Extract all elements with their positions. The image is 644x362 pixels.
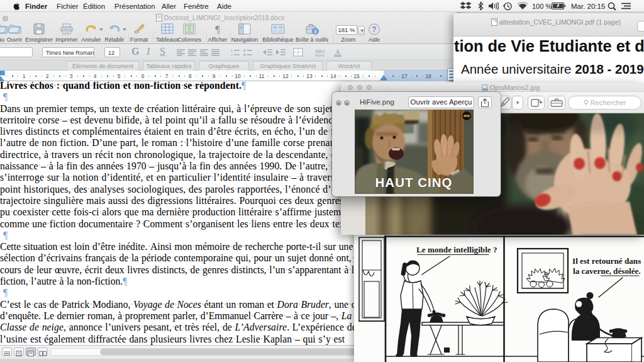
svg-text:?: ? [372, 25, 376, 34]
svg-text:ABC: ABC [315, 48, 326, 54]
svg-text:HAUT CINQ: HAUT CINQ [375, 175, 453, 189]
svg-text:1: 1 [231, 48, 233, 52]
svg-text:la caverne, désolée.: la caverne, désolée. [573, 266, 641, 276]
svg-text:Il est retourné dans: Il est retourné dans [572, 256, 641, 266]
svg-text:Le monde intelligible ?: Le monde intelligible ? [416, 245, 497, 254]
svg-text:¶: ¶ [215, 23, 220, 35]
svg-text:2: 2 [231, 53, 233, 57]
svg-text:A: A [335, 48, 340, 55]
